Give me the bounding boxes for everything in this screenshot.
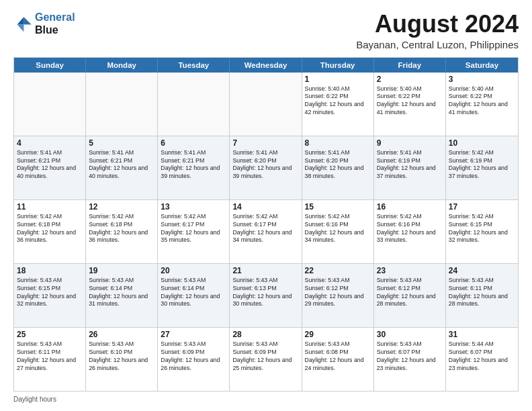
logo: General Blue [13, 11, 75, 36]
day-info-30: Sunrise: 5:43 AM Sunset: 6:07 PM Dayligh… [377, 340, 443, 373]
day-number-24: 24 [449, 266, 515, 275]
day-number-2: 2 [377, 75, 443, 84]
header-friday: Friday [374, 58, 446, 73]
week-row-1: 1Sunrise: 5:40 AM Sunset: 6:22 PM Daylig… [14, 73, 518, 136]
day-cell-10: 10Sunrise: 5:42 AM Sunset: 6:19 PM Dayli… [446, 136, 518, 199]
calendar-body: 1Sunrise: 5:40 AM Sunset: 6:22 PM Daylig… [14, 73, 518, 391]
day-cell-5: 5Sunrise: 5:41 AM Sunset: 6:21 PM Daylig… [86, 136, 158, 199]
day-info-23: Sunrise: 5:43 AM Sunset: 6:12 PM Dayligh… [377, 277, 443, 309]
calendar: SundayMondayTuesdayWednesdayThursdayFrid… [13, 57, 519, 392]
day-info-21: Sunrise: 5:43 AM Sunset: 6:13 PM Dayligh… [232, 277, 298, 309]
day-cell-28: 28Sunrise: 5:43 AM Sunset: 6:09 PM Dayli… [230, 328, 302, 391]
day-cell-24: 24Sunrise: 5:43 AM Sunset: 6:11 PM Dayli… [446, 264, 518, 327]
day-number-9: 9 [377, 138, 443, 148]
day-cell-16: 16Sunrise: 5:42 AM Sunset: 6:16 PM Dayli… [374, 200, 446, 263]
day-number-7: 7 [232, 138, 298, 148]
day-number-20: 20 [161, 266, 226, 275]
day-info-25: Sunrise: 5:43 AM Sunset: 6:11 PM Dayligh… [17, 340, 83, 373]
day-number-25: 25 [17, 330, 83, 339]
day-number-1: 1 [305, 75, 371, 84]
daylight-label: Daylight hours [13, 396, 56, 403]
title-block: August 2024 Bayanan, Central Luzon, Phil… [356, 11, 519, 50]
day-info-1: Sunrise: 5:40 AM Sunset: 6:22 PM Dayligh… [305, 85, 371, 118]
svg-marker-2 [17, 25, 24, 32]
empty-cell-w0-d1 [86, 73, 158, 136]
day-cell-8: 8Sunrise: 5:41 AM Sunset: 6:20 PM Daylig… [302, 136, 374, 199]
day-number-26: 26 [89, 330, 154, 339]
day-info-14: Sunrise: 5:42 AM Sunset: 6:17 PM Dayligh… [232, 213, 298, 245]
day-cell-19: 19Sunrise: 5:43 AM Sunset: 6:14 PM Dayli… [86, 264, 158, 327]
day-number-22: 22 [305, 266, 371, 275]
header-sunday: Sunday [14, 58, 86, 73]
day-cell-1: 1Sunrise: 5:40 AM Sunset: 6:22 PM Daylig… [302, 73, 374, 136]
day-number-31: 31 [449, 330, 515, 339]
day-number-8: 8 [305, 138, 371, 148]
day-cell-15: 15Sunrise: 5:42 AM Sunset: 6:16 PM Dayli… [302, 200, 374, 263]
day-info-28: Sunrise: 5:43 AM Sunset: 6:09 PM Dayligh… [232, 340, 298, 373]
day-info-9: Sunrise: 5:41 AM Sunset: 6:19 PM Dayligh… [377, 149, 443, 181]
empty-cell-w0-d2 [158, 73, 230, 136]
day-number-15: 15 [305, 202, 371, 212]
day-info-7: Sunrise: 5:41 AM Sunset: 6:20 PM Dayligh… [232, 149, 298, 181]
day-number-23: 23 [377, 266, 443, 275]
day-info-19: Sunrise: 5:43 AM Sunset: 6:14 PM Dayligh… [89, 277, 154, 309]
day-info-22: Sunrise: 5:43 AM Sunset: 6:12 PM Dayligh… [305, 277, 371, 309]
day-cell-3: 3Sunrise: 5:40 AM Sunset: 6:22 PM Daylig… [446, 73, 518, 136]
svg-marker-1 [17, 17, 24, 24]
day-info-5: Sunrise: 5:41 AM Sunset: 6:21 PM Dayligh… [89, 149, 154, 181]
day-cell-26: 26Sunrise: 5:43 AM Sunset: 6:10 PM Dayli… [86, 328, 158, 391]
footer: Daylight hours [13, 396, 519, 403]
day-info-6: Sunrise: 5:41 AM Sunset: 6:21 PM Dayligh… [161, 149, 226, 181]
empty-cell-w0-d0 [14, 73, 86, 136]
day-number-27: 27 [161, 330, 226, 339]
day-cell-4: 4Sunrise: 5:41 AM Sunset: 6:21 PM Daylig… [14, 136, 86, 199]
logo-text: General Blue [35, 11, 75, 36]
day-number-29: 29 [305, 330, 371, 339]
day-cell-7: 7Sunrise: 5:41 AM Sunset: 6:20 PM Daylig… [230, 136, 302, 199]
logo-icon [13, 14, 32, 33]
empty-cell-w0-d3 [230, 73, 302, 136]
day-cell-18: 18Sunrise: 5:43 AM Sunset: 6:15 PM Dayli… [14, 264, 86, 327]
day-cell-31: 31Sunrise: 5:44 AM Sunset: 6:07 PM Dayli… [446, 328, 518, 391]
day-number-16: 16 [377, 202, 443, 212]
header-tuesday: Tuesday [158, 58, 230, 73]
day-cell-29: 29Sunrise: 5:43 AM Sunset: 6:08 PM Dayli… [302, 328, 374, 391]
calendar-header: SundayMondayTuesdayWednesdayThursdayFrid… [14, 58, 518, 73]
day-cell-14: 14Sunrise: 5:42 AM Sunset: 6:17 PM Dayli… [230, 200, 302, 263]
day-info-15: Sunrise: 5:42 AM Sunset: 6:16 PM Dayligh… [305, 213, 371, 245]
day-cell-11: 11Sunrise: 5:42 AM Sunset: 6:18 PM Dayli… [14, 200, 86, 263]
day-cell-20: 20Sunrise: 5:43 AM Sunset: 6:14 PM Dayli… [158, 264, 230, 327]
day-number-17: 17 [449, 202, 515, 212]
page-subtitle: Bayanan, Central Luzon, Philippines [356, 39, 519, 50]
day-number-10: 10 [449, 138, 515, 148]
day-number-5: 5 [89, 138, 154, 148]
svg-marker-0 [24, 17, 31, 24]
header-saturday: Saturday [446, 58, 518, 73]
day-info-18: Sunrise: 5:43 AM Sunset: 6:15 PM Dayligh… [17, 277, 83, 309]
day-info-3: Sunrise: 5:40 AM Sunset: 6:22 PM Dayligh… [449, 85, 515, 118]
header-monday: Monday [86, 58, 158, 73]
header-thursday: Thursday [302, 58, 374, 73]
day-info-16: Sunrise: 5:42 AM Sunset: 6:16 PM Dayligh… [377, 213, 443, 245]
day-number-28: 28 [232, 330, 298, 339]
page-title: August 2024 [356, 11, 519, 38]
day-number-21: 21 [232, 266, 298, 275]
day-number-3: 3 [449, 75, 515, 84]
day-info-29: Sunrise: 5:43 AM Sunset: 6:08 PM Dayligh… [305, 340, 371, 373]
day-cell-25: 25Sunrise: 5:43 AM Sunset: 6:11 PM Dayli… [14, 328, 86, 391]
day-cell-6: 6Sunrise: 5:41 AM Sunset: 6:21 PM Daylig… [158, 136, 230, 199]
day-number-14: 14 [232, 202, 298, 212]
day-number-11: 11 [17, 202, 83, 212]
day-info-4: Sunrise: 5:41 AM Sunset: 6:21 PM Dayligh… [17, 149, 83, 181]
week-row-3: 11Sunrise: 5:42 AM Sunset: 6:18 PM Dayli… [14, 200, 518, 264]
day-info-24: Sunrise: 5:43 AM Sunset: 6:11 PM Dayligh… [449, 277, 515, 309]
day-number-6: 6 [161, 138, 226, 148]
day-cell-30: 30Sunrise: 5:43 AM Sunset: 6:07 PM Dayli… [374, 328, 446, 391]
day-info-17: Sunrise: 5:42 AM Sunset: 6:15 PM Dayligh… [449, 213, 515, 245]
day-number-13: 13 [161, 202, 226, 212]
day-number-12: 12 [89, 202, 154, 212]
day-number-30: 30 [377, 330, 443, 339]
day-cell-23: 23Sunrise: 5:43 AM Sunset: 6:12 PM Dayli… [374, 264, 446, 327]
page: General Blue August 2024 Bayanan, Centra… [0, 0, 532, 411]
day-info-26: Sunrise: 5:43 AM Sunset: 6:10 PM Dayligh… [89, 340, 154, 373]
